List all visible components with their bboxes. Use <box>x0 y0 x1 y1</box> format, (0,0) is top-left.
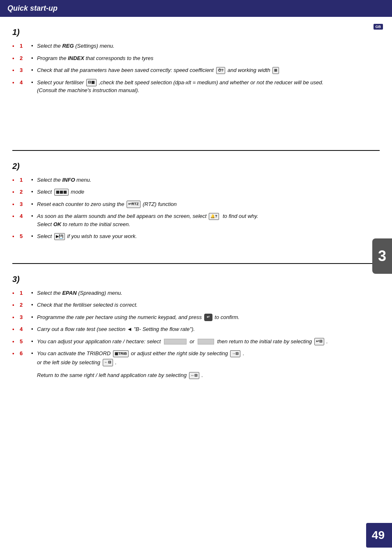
step-2-3: • 3 • Reset each counter to zero using t… <box>12 200 380 208</box>
step-1-1: • 1 • Select the REG (Settings) menu. <box>12 42 380 50</box>
step-text: Select your fertiliser ⊟▦ ,check the bel… <box>37 79 380 95</box>
bullet: • <box>12 42 20 50</box>
bullet: • <box>12 54 20 62</box>
section-3: 3) • 1 • Select the EPAN (Spreading) men… <box>0 264 392 386</box>
step-2-4: • 4 • As soon as the alarm sounds and th… <box>12 212 380 228</box>
step-num: 6 <box>20 349 31 358</box>
step-3-6-sub2: Return to the same right / left hand app… <box>37 371 203 379</box>
section-2: 2) • 1 • Select the INFO menu. • 2 • Sel… <box>0 151 392 247</box>
section-1: 1) • 1 • Select the REG (Settings) menu.… <box>0 17 392 101</box>
step-text: Select the REG (Settings) menu. <box>37 42 380 50</box>
step-num: 5 <box>20 232 31 240</box>
bullet: • <box>12 66 20 74</box>
right-side-icon: →⊟ <box>230 350 240 358</box>
step-text: As soon as the alarm sounds and the bell… <box>37 212 380 228</box>
step-dot: • <box>31 66 37 74</box>
enter-icon: ↵ <box>204 314 212 321</box>
step-num: 4 <box>20 325 31 333</box>
tribord-icon: ▦TRIB <box>113 350 129 358</box>
bullet: • <box>12 301 20 309</box>
bullet: • <box>12 188 20 196</box>
fertiliser-icon: ⊟▦ <box>86 79 97 86</box>
step-dot: • <box>31 338 37 346</box>
step-num: 5 <box>20 338 31 346</box>
step-text: You can adjust your application rate / h… <box>37 338 380 346</box>
bullet: • <box>12 325 20 333</box>
step-text: Check that the fertiliser selected is co… <box>37 301 380 309</box>
step-dot: • <box>31 176 37 184</box>
step-1-4: • 4 • Select your fertiliser ⊟▦ ,check t… <box>12 79 380 95</box>
step-num: 3 <box>20 66 31 74</box>
step-text: Programme the rate per hectare using the… <box>37 313 380 321</box>
alarm-icon: 🔔? <box>209 213 219 220</box>
step-2-1: • 1 • Select the INFO menu. <box>12 176 380 184</box>
left-side-icon: ←⊟ <box>103 359 113 366</box>
step-num: 1 <box>20 176 31 184</box>
step-num: 1 <box>20 42 31 50</box>
step-text: Carry out a flow rate test (see section … <box>37 325 380 333</box>
step-dot: • <box>31 200 37 208</box>
step-dot: • <box>31 188 37 196</box>
step-num: 2 <box>20 301 31 309</box>
step-3-5: • 5 • You can adjust your application ra… <box>12 338 380 346</box>
bullet: • <box>12 200 20 208</box>
step-num: 3 <box>20 200 31 208</box>
bullet: • <box>12 338 20 346</box>
step-num: 2 <box>20 54 31 62</box>
step-num: 4 <box>20 79 31 87</box>
step-2-5: • 5 • Select ▶💾 if you wish to save your… <box>12 232 380 240</box>
bullet: • <box>12 212 20 220</box>
rtz-icon: ↩RTZ <box>127 201 141 208</box>
section-3-steps: • 1 • Select the EPAN (Spreading) menu. … <box>12 289 380 379</box>
spacer-2 <box>0 247 392 263</box>
step-3-2: • 2 • Check that the fertiliser selected… <box>12 301 380 309</box>
bullet: • <box>12 289 20 297</box>
step-text: Select ▶💾 if you wish to save your work. <box>37 232 380 240</box>
step-dot: • <box>31 349 37 358</box>
step-text: Check that all the parameters have been … <box>37 66 380 74</box>
working-width-icon: ⊞ <box>272 67 279 74</box>
step-3-6-sub1: or the left side by selecting ←⊟ . <box>37 358 117 367</box>
step-text: Select the EPAN (Spreading) menu. <box>37 289 380 297</box>
select-down-placeholder <box>198 339 214 345</box>
step-dot: • <box>31 54 37 62</box>
step-text: Program the INDEX that corresponds to th… <box>37 54 380 62</box>
step-1-2: • 2 • Program the INDEX that corresponds… <box>12 54 380 62</box>
page-number: 49 <box>366 523 392 548</box>
section-3-title: 3) <box>12 275 380 284</box>
step-dot: • <box>31 289 37 297</box>
step-text: You can activate the TRIBORD ▦TRIB or ad… <box>37 349 380 358</box>
step-dot: • <box>31 325 37 333</box>
speed-coeff-icon: ⏱? <box>216 67 226 74</box>
step-text: Select the INFO menu. <box>37 176 380 184</box>
step-dot: • <box>31 313 37 321</box>
spacer-1 <box>0 101 392 150</box>
step-dot: • <box>31 301 37 309</box>
step-dot: • <box>31 232 37 240</box>
section-2-title: 2) <box>12 162 380 171</box>
bullet: • <box>12 349 20 358</box>
step-dot: • <box>31 212 37 220</box>
save-icon: ▶💾 <box>54 233 65 240</box>
bullet: • <box>12 79 20 87</box>
return-icon: ↩⊟ <box>314 338 324 345</box>
step-num: 2 <box>20 188 31 196</box>
select-up-placeholder <box>164 339 187 345</box>
mode-icon: ▦▦▦ <box>54 189 69 196</box>
step-dot: • <box>31 42 37 50</box>
step-text: Select ▦▦▦ mode <box>37 188 380 196</box>
page-title: Quick start-up <box>7 4 385 13</box>
bullet: • <box>12 232 20 240</box>
step-num: 1 <box>20 289 31 297</box>
section-1-title: 1) <box>12 28 380 37</box>
section-2-steps: • 1 • Select the INFO menu. • 2 • Select… <box>12 176 380 240</box>
step-3-6: • 6 • You can activate the TRIBORD ▦TRIB… <box>12 349 380 379</box>
step-2-2: • 2 • Select ▦▦▦ mode <box>12 188 380 196</box>
step-num: 3 <box>20 313 31 321</box>
bullet: • <box>12 176 20 184</box>
step-1-3: • 3 • Check that all the parameters have… <box>12 66 380 74</box>
step-dot: • <box>31 79 37 87</box>
step-3-3: • 3 • Programme the rate per hectare usi… <box>12 313 380 321</box>
header-bar: Quick start-up <box>0 0 392 17</box>
step-num: 4 <box>20 212 31 220</box>
